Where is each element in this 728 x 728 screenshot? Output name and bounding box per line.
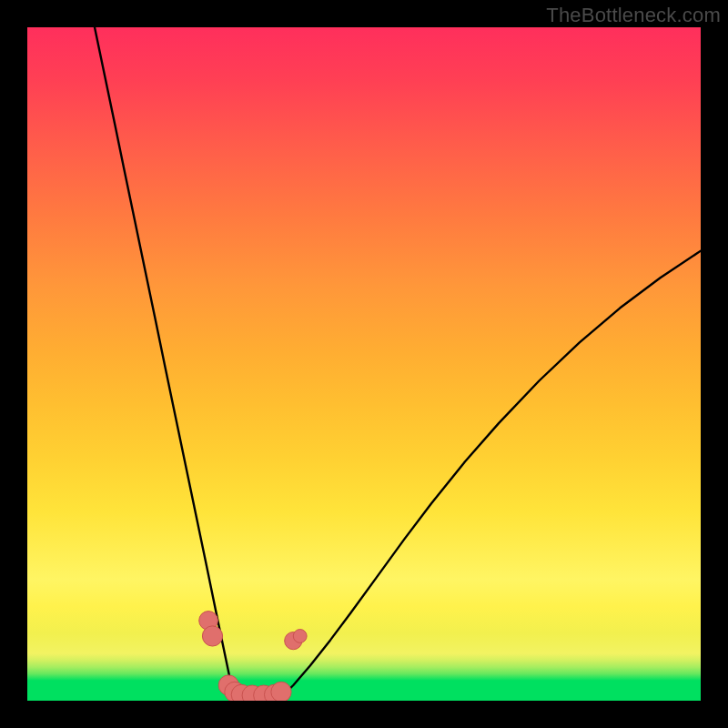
data-marker <box>271 682 291 701</box>
bottleneck-curve <box>95 27 701 700</box>
plot-area <box>27 27 701 701</box>
data-marker <box>202 626 222 646</box>
curve-layer <box>27 27 701 701</box>
outer-frame: TheBottleneck.com <box>0 0 728 728</box>
data-marker <box>293 630 307 643</box>
watermark-text: TheBottleneck.com <box>546 4 721 27</box>
